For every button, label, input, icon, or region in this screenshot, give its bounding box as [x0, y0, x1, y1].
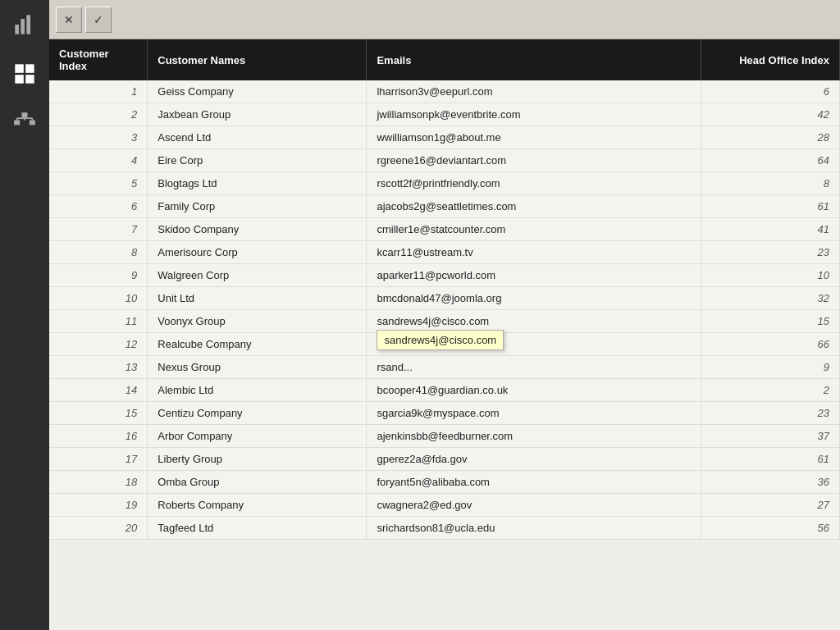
cell-index: 12 [49, 333, 148, 356]
cell-email: cmiller1e@statcounter.com [367, 218, 701, 241]
cell-email: bmcdonald47@joomla.org [367, 287, 701, 310]
cell-name: Centizu Company [148, 402, 367, 425]
hierarchy-icon[interactable] [0, 98, 49, 148]
customer-table: Customer Index Customer Names Emails Hea… [49, 39, 840, 540]
cell-name: Skidoo Company [148, 218, 367, 241]
cell-name: Voonyx Group [148, 310, 367, 333]
table-row[interactable]: 16Arbor Companyajenkinsbb@feedburner.com… [49, 425, 840, 448]
cell-email: foryant5n@alibaba.com [367, 471, 701, 494]
cell-hq-index: 15 [701, 310, 840, 333]
sidebar [0, 0, 49, 630]
cell-name: Omba Group [148, 471, 367, 494]
table-row[interactable]: 7Skidoo Companycmiller1e@statcounter.com… [49, 218, 840, 241]
main-content: ✕ ✓ Customer Index Customer Names Emails… [49, 0, 840, 630]
cell-name: Nexus Group [148, 356, 367, 379]
header-head-office-index: Head Office Index [701, 39, 840, 80]
cell-email: lharrison3v@eepurl.com [367, 80, 701, 103]
table-row[interactable]: 14Alembic Ltdbcooper41@guardian.co.uk2 [49, 379, 840, 402]
cell-email: bcooper41@guardian.co.uk [367, 379, 701, 402]
cell-email: rgreene16@deviantart.com [367, 149, 701, 172]
cell-hq-index: 27 [701, 494, 840, 517]
cell-hq-index: 56 [701, 517, 840, 540]
cell-hq-index: 61 [701, 195, 840, 218]
svg-rect-7 [22, 112, 28, 117]
cell-name: Realcube Company [148, 333, 367, 356]
cell-index: 5 [49, 172, 148, 195]
chart-icon[interactable] [0, 0, 49, 49]
svg-rect-1 [21, 19, 25, 34]
table-row[interactable]: 8Amerisourc Corpkcarr11@ustream.tv23 [49, 241, 840, 264]
table-row[interactable]: 19Roberts Companycwagnera2@ed.gov27 [49, 494, 840, 517]
cell-hq-index: 2 [701, 379, 840, 402]
svg-rect-0 [15, 25, 19, 34]
cell-index: 6 [49, 195, 148, 218]
cell-email: gperez2a@fda.gov [367, 448, 701, 471]
table-row[interactable]: 2Jaxbean Groupjwilliamsonpk@eventbrite.c… [49, 103, 840, 126]
cell-name: Roberts Company [148, 494, 367, 517]
cell-index: 20 [49, 517, 148, 540]
table-row[interactable]: 17Liberty Groupgperez2a@fda.gov61 [49, 448, 840, 471]
cell-index: 15 [49, 402, 148, 425]
titlebar: ✕ ✓ [49, 0, 840, 39]
table-container[interactable]: Customer Index Customer Names Emails Hea… [49, 39, 840, 630]
table-row[interactable]: 1Geiss Companylharrison3v@eepurl.com6 [49, 80, 840, 103]
cell-hq-index: 61 [701, 448, 840, 471]
cell-index: 3 [49, 126, 148, 149]
cell-hq-index: 23 [701, 241, 840, 264]
cell-index: 14 [49, 379, 148, 402]
cell-index: 13 [49, 356, 148, 379]
table-row[interactable]: 20Tagfeed Ltdsrichardson81@ucla.edu56 [49, 517, 840, 540]
cell-index: 4 [49, 149, 148, 172]
svg-rect-4 [25, 64, 34, 73]
cell-email: rscott2f@printfriendly.com [367, 172, 701, 195]
table-row[interactable]: 4Eire Corprgreene16@deviantart.com64 [49, 149, 840, 172]
cell-name: Walgreen Corp [148, 264, 367, 287]
cell-hq-index: 6 [701, 80, 840, 103]
svg-rect-5 [15, 75, 23, 84]
table-row[interactable]: 13Nexus Grouprsand...9 [49, 356, 840, 379]
cell-hq-index: 8 [701, 172, 840, 195]
cell-hq-index: 10 [701, 264, 840, 287]
close-button[interactable]: ✕ [56, 7, 82, 33]
cell-hq-index: 42 [701, 103, 840, 126]
cell-hq-index: 36 [701, 471, 840, 494]
cell-name: Arbor Company [148, 425, 367, 448]
cell-index: 1 [49, 80, 148, 103]
cell-index: 17 [49, 448, 148, 471]
cell-hq-index: 66 [701, 333, 840, 356]
cell-hq-index: 32 [701, 287, 840, 310]
cell-email: aparker11@pcworld.com [367, 264, 701, 287]
cell-index: 11 [49, 310, 148, 333]
cell-hq-index: 41 [701, 218, 840, 241]
table-row[interactable]: 5Blogtags Ltdrscott2f@printfriendly.com8 [49, 172, 840, 195]
cell-email: wwilliamson1g@about.me [367, 126, 701, 149]
cell-hq-index: 9 [701, 356, 840, 379]
cell-name: Blogtags Ltd [148, 172, 367, 195]
cell-index: 8 [49, 241, 148, 264]
cell-name: Alembic Ltd [148, 379, 367, 402]
table-row[interactable]: 3Ascend Ltdwwilliamson1g@about.me28 [49, 126, 840, 149]
cell-name: Unit Ltd [148, 287, 367, 310]
cell-index: 7 [49, 218, 148, 241]
svg-rect-8 [14, 121, 20, 126]
table-row[interactable]: 10Unit Ltdbmcdonald47@joomla.org32 [49, 287, 840, 310]
cell-index: 9 [49, 264, 148, 287]
table-row[interactable]: 6Family Corpajacobs2g@seattletimes.com61 [49, 195, 840, 218]
check-button[interactable]: ✓ [85, 7, 112, 33]
cell-name: Eire Corp [148, 149, 367, 172]
table-row[interactable]: 15Centizu Companysgarcia9k@myspace.com23 [49, 402, 840, 425]
cell-hq-index: 28 [701, 126, 840, 149]
email-tooltip: sandrews4j@cisco.com [377, 330, 504, 350]
cell-index: 2 [49, 103, 148, 126]
cell-name: Geiss Company [148, 80, 367, 103]
table-row[interactable]: 11Voonyx Groupsandrews4j@cisco.comsandre… [49, 310, 840, 333]
cell-email: sgarcia9k@myspace.com [367, 402, 701, 425]
table-row[interactable]: 18Omba Groupforyant5n@alibaba.com36 [49, 471, 840, 494]
cell-email: jwilliamsonpk@eventbrite.com [367, 103, 701, 126]
svg-rect-2 [26, 15, 30, 34]
cell-email: kcarr11@ustream.tv [367, 241, 701, 264]
grid-icon[interactable] [0, 49, 49, 98]
table-row[interactable]: 9Walgreen Corpaparker11@pcworld.com10 [49, 264, 840, 287]
cell-email: cwagnera2@ed.gov [367, 494, 701, 517]
cell-email: sandrews4j@cisco.comsandrews4j@cisco.com [367, 310, 701, 333]
